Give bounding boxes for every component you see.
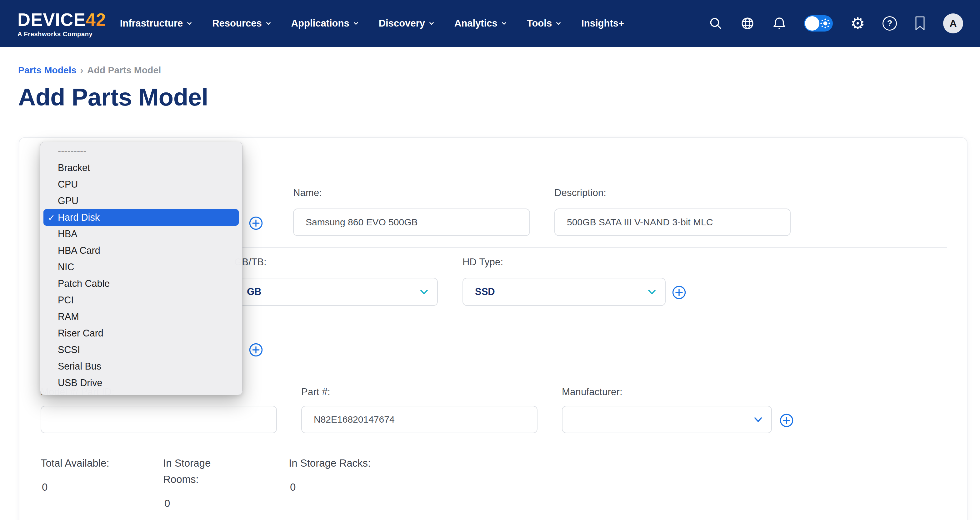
chevron-down-icon	[186, 20, 193, 27]
part-number-input[interactable]	[301, 406, 538, 433]
model-part-id-input[interactable]	[41, 406, 277, 433]
manufacturer-field-group: Manufacturer:	[562, 387, 772, 433]
dropdown-option-scsi[interactable]: SCSI	[40, 341, 242, 358]
part-number-label: Part #:	[301, 387, 538, 398]
gbtb-field-group: GB/TB: GB	[234, 257, 438, 306]
add-type-plus-button[interactable]	[249, 216, 263, 230]
chevron-down-icon	[648, 288, 656, 296]
in-storage-rooms-label: In Storage Rooms:	[163, 455, 229, 488]
globe-icon[interactable]	[740, 16, 755, 30]
manufacturer-select[interactable]	[562, 406, 772, 433]
name-input[interactable]	[293, 209, 530, 236]
menu-insights[interactable]: Insights+	[581, 18, 624, 29]
dropdown-option-ram[interactable]: RAM	[40, 308, 242, 325]
dropdown-option-bracket[interactable]: Bracket	[40, 160, 242, 176]
hdtype-field-group: HD Type: SSD	[463, 257, 666, 306]
total-available-value: 0	[42, 481, 48, 493]
chevron-down-icon	[265, 20, 272, 27]
dropdown-option-serial-bus[interactable]: Serial Bus	[40, 358, 242, 374]
menu-analytics[interactable]: Analytics	[454, 18, 508, 29]
part-number-field-group: Part #:	[301, 387, 538, 433]
user-avatar[interactable]: A	[943, 13, 963, 33]
logo-accent-text: 42	[86, 10, 106, 30]
navbar-actions: ⚙ A	[708, 13, 963, 33]
in-storage-rooms-value: 0	[164, 498, 170, 509]
add-row3-plus-button[interactable]	[249, 343, 263, 357]
dropdown-option-empty[interactable]: ---------	[40, 143, 242, 160]
type-dropdown-menu: --------- Bracket CPU GPU Hard Disk HBA …	[40, 142, 242, 395]
in-storage-racks-label: In Storage Racks:	[289, 455, 371, 471]
name-label: Name:	[293, 187, 530, 198]
help-icon[interactable]	[883, 16, 897, 30]
dropdown-option-hba-card[interactable]: HBA Card	[40, 242, 242, 259]
theme-toggle[interactable]	[804, 15, 833, 32]
hdtype-label: HD Type:	[463, 257, 666, 268]
chevron-down-icon	[428, 20, 435, 27]
top-navbar: DEVICE42 A Freshworks Company Infrastruc…	[0, 0, 980, 47]
dropdown-option-riser-card[interactable]: Riser Card	[40, 325, 242, 341]
dropdown-option-usb-drive[interactable]: USB Drive	[40, 374, 242, 391]
breadcrumb-separator: ›	[80, 65, 83, 76]
breadcrumb-current: Add Parts Model	[87, 65, 161, 76]
logo-brand-text: DEVICE	[18, 10, 86, 30]
breadcrumb: Parts Models › Add Parts Model	[18, 65, 980, 76]
menu-discovery[interactable]: Discovery	[379, 18, 435, 29]
add-hdtype-plus-button[interactable]	[672, 285, 686, 300]
main-content: Parts Models › Add Parts Model Add Parts…	[0, 65, 980, 111]
in-storage-racks-value: 0	[290, 481, 296, 493]
description-field-group: Description:	[554, 187, 791, 236]
dropdown-option-hba[interactable]: HBA	[40, 226, 242, 242]
menu-resources[interactable]: Resources	[212, 18, 272, 29]
notifications-bell-icon[interactable]	[772, 16, 787, 30]
settings-gear-icon[interactable]: ⚙	[850, 15, 865, 32]
description-label: Description:	[554, 187, 791, 198]
name-field-group: Name:	[293, 187, 530, 236]
logo-subtitle: A Freshworks Company	[18, 30, 106, 38]
menu-applications[interactable]: Applications	[291, 18, 360, 29]
chevron-down-icon	[555, 20, 562, 27]
sun-icon	[819, 17, 832, 30]
page-title: Add Parts Model	[18, 83, 980, 111]
dropdown-option-pci[interactable]: PCI	[40, 292, 242, 308]
dropdown-option-cpu[interactable]: CPU	[40, 176, 242, 193]
dropdown-option-gpu[interactable]: GPU	[40, 193, 242, 209]
gbtb-select[interactable]: GB	[234, 278, 438, 306]
chevron-down-icon	[501, 20, 508, 27]
bookmark-icon[interactable]	[915, 16, 926, 31]
chevron-down-icon	[420, 288, 428, 296]
main-menu: Infrastructure Resources Applications Di…	[120, 18, 624, 29]
gbtb-label: GB/TB:	[234, 257, 438, 268]
search-icon[interactable]	[708, 16, 723, 30]
menu-tools[interactable]: Tools	[527, 18, 562, 29]
total-available-label: Total Available:	[41, 455, 110, 471]
device42-logo[interactable]: DEVICE42 A Freshworks Company	[18, 10, 106, 38]
dropdown-option-nic[interactable]: NIC	[40, 259, 242, 275]
chevron-down-icon	[353, 20, 360, 27]
chevron-down-icon	[754, 415, 762, 423]
menu-infrastructure[interactable]: Infrastructure	[120, 18, 193, 29]
add-manufacturer-plus-button[interactable]	[780, 413, 794, 428]
checkmark-icon	[48, 212, 58, 223]
dropdown-option-patch-cable[interactable]: Patch Cable	[40, 275, 242, 292]
dropdown-option-hard-disk-selected[interactable]: Hard Disk	[43, 209, 239, 226]
breadcrumb-parts-models-link[interactable]: Parts Models	[18, 65, 76, 76]
section-divider	[41, 446, 947, 446]
toggle-knob	[805, 16, 819, 30]
hdtype-select[interactable]: SSD	[463, 278, 666, 306]
description-input[interactable]	[554, 209, 791, 236]
manufacturer-label: Manufacturer:	[562, 387, 772, 398]
